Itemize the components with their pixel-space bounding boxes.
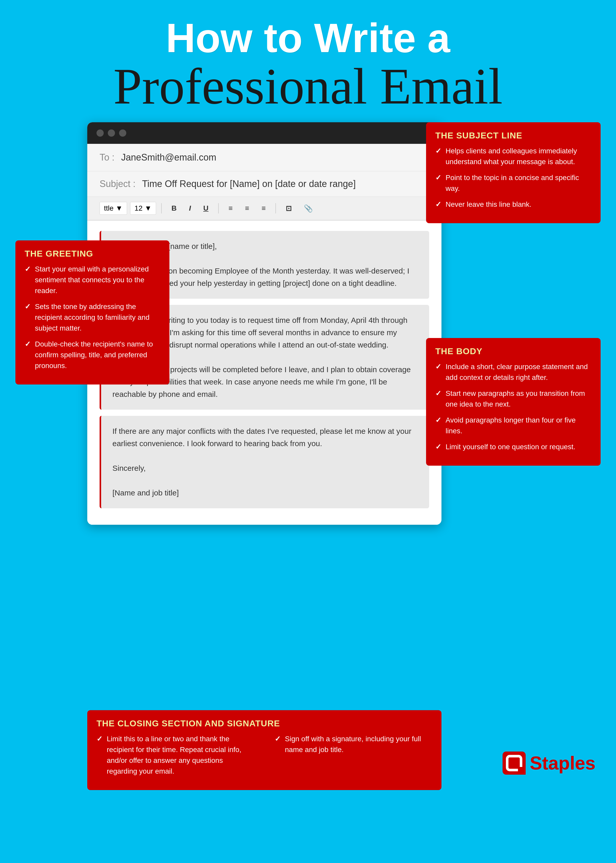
body-annotation: THE BODY Include a short, clear purpose … (426, 338, 600, 466)
greeting-box-title: THE GREETING (25, 249, 160, 259)
body-box-list: Include a short, clear purpose statement… (435, 361, 591, 452)
email-to-row: To : JaneSmith@email.com (87, 144, 442, 171)
subject-point-3: Never leave this line blank. (435, 199, 591, 210)
staples-icon (503, 751, 526, 775)
to-value: JaneSmith@email.com (121, 152, 216, 162)
font-name: ttle (104, 204, 113, 213)
closing-point-2: Sign off with a signature, including you… (275, 734, 432, 755)
window-dot-1 (96, 129, 104, 137)
to-label: To : (100, 152, 115, 162)
italic-button[interactable]: I (184, 202, 196, 214)
font-select[interactable]: ttle ▼ (100, 202, 127, 215)
greeting-point-2: Sets the tone by addressing the recipien… (25, 301, 160, 334)
greeting-box-list: Start your email with a personalized sen… (25, 264, 160, 371)
subject-box-list: Helps clients and colleagues immediately… (435, 146, 591, 210)
body-point-2: Start new paragraphs as you transition f… (435, 388, 591, 409)
body-point-1: Include a short, clear purpose statement… (435, 361, 591, 383)
closing-list-1: Limit this to a line or two and thank th… (96, 734, 254, 777)
email-and-annotations: To : JaneSmith@email.com Subject : Time … (16, 122, 600, 790)
body-point-3: Avoid paragraphs longer than four or fiv… (435, 415, 591, 436)
body-point-4: Limit yourself to one question or reques… (435, 441, 591, 452)
closing-col-1: Limit this to a line or two and thank th… (96, 734, 254, 782)
staples-logo: Staples (503, 751, 596, 775)
closing-list-2: Sign off with a signature, including you… (275, 734, 432, 755)
font-size: 12 (135, 204, 143, 213)
window-dot-3 (119, 129, 126, 137)
greeting-point-3: Double-check the recipient's name to con… (25, 339, 160, 371)
greeting-point-1: Start your email with a personalized sen… (25, 264, 160, 296)
toolbar-divider-3 (275, 203, 276, 213)
layout-wrapper: To : JaneSmith@email.com Subject : Time … (0, 122, 616, 790)
subject-box-title: THE SUBJECT LINE (435, 131, 591, 140)
underline-button[interactable]: U (199, 202, 213, 214)
svg-rect-2 (518, 767, 526, 775)
closing-paragraph: If there are any major conflicts with th… (100, 416, 429, 508)
body-box-title: THE BODY (435, 346, 591, 356)
closing-col-2: Sign off with a signature, including you… (275, 734, 432, 782)
align-left-button[interactable]: ≡ (224, 202, 237, 214)
image-button[interactable]: ⊡ (281, 202, 296, 215)
window-dot-2 (108, 129, 115, 137)
title-line2: Professional Email (20, 61, 596, 112)
closing-box-title: THE CLOSING SECTION AND SIGNATURE (96, 718, 432, 728)
title-area: How to Write a Professional Email (0, 0, 616, 122)
greeting-annotation: THE GREETING Start your email with a per… (16, 240, 170, 384)
email-header: To : JaneSmith@email.com Subject : Time … (87, 144, 442, 220)
bold-button[interactable]: B (167, 202, 181, 214)
size-select[interactable]: 12 ▼ (130, 202, 156, 215)
subject-label: Subject : (100, 178, 135, 189)
closing-point-1: Limit this to a line or two and thank th… (96, 734, 254, 777)
title-line1: How to Write a (20, 16, 596, 61)
window-titlebar (87, 122, 442, 144)
toolbar-divider-2 (218, 203, 219, 213)
subject-point-1: Helps clients and colleagues immediately… (435, 146, 591, 167)
size-dropdown-icon[interactable]: ▼ (145, 204, 152, 213)
align-center-button[interactable]: ≡ (240, 202, 254, 214)
closing-columns: Limit this to a line or two and thank th… (96, 734, 432, 782)
email-subject-row: Subject : Time Off Request for [Name] on… (87, 171, 442, 197)
subject-value: Time Off Request for [Name] on [date or … (142, 178, 355, 189)
closing-annotation: THE CLOSING SECTION AND SIGNATURE Limit … (87, 710, 442, 790)
email-toolbar: ttle ▼ 12 ▼ B I U ≡ ≡ ≡ ⊡ (87, 197, 442, 220)
staples-text: Staples (530, 753, 596, 773)
attachment-button[interactable]: 📎 (299, 202, 317, 215)
toolbar-divider-1 (161, 203, 162, 213)
subject-line-annotation: THE SUBJECT LINE Helps clients and colle… (426, 122, 600, 223)
font-dropdown-icon[interactable]: ▼ (115, 204, 123, 213)
subject-point-2: Point to the topic in a concise and spec… (435, 172, 591, 194)
align-right-button[interactable]: ≡ (257, 202, 270, 214)
